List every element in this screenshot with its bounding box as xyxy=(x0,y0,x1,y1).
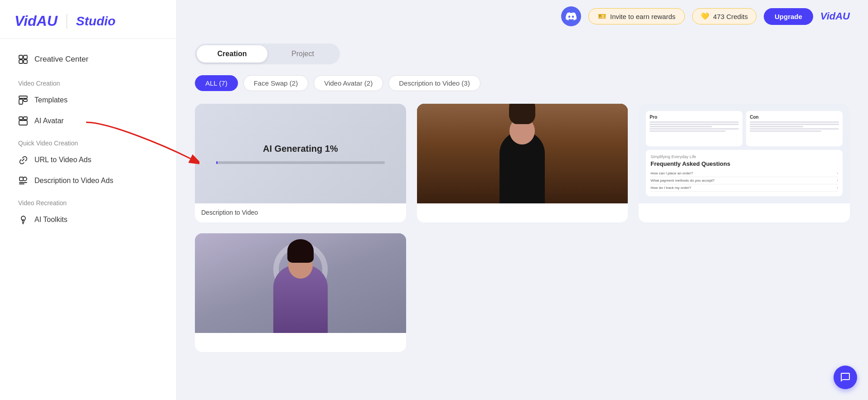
avatar-icon xyxy=(18,116,28,126)
grid-icon xyxy=(18,54,28,64)
faq-question-3: How do I track my order? › xyxy=(650,184,838,192)
faq-line xyxy=(650,128,739,130)
section-label-video-recreation: Video Recreation xyxy=(11,192,165,210)
chevron-icon: › xyxy=(837,178,838,183)
faq-line xyxy=(750,121,839,123)
sidebar-item-label: Description to Video Ads xyxy=(34,177,113,185)
main-content: 🎫 Invite to earn rewards 💛 473 Credits U… xyxy=(177,0,868,400)
sidebar-item-creative-center[interactable]: Creative Center xyxy=(11,50,165,69)
card-thumbnail-1: AI Generating 1% xyxy=(195,104,406,203)
credits-label: 473 Credits xyxy=(713,13,748,20)
progress-bar-wrap xyxy=(216,161,385,164)
faq-line xyxy=(750,128,839,130)
chevron-icon: › xyxy=(837,186,838,190)
chat-button[interactable] xyxy=(834,366,857,389)
sidebar-item-label: URL to Video Ads xyxy=(34,156,91,164)
product-name: Studio xyxy=(76,14,116,29)
faq-line xyxy=(650,121,739,123)
video-card-1[interactable]: AI Generating 1% Description to Video xyxy=(195,104,406,222)
content-area: Creation Project ALL (7) Face Swap (2) V… xyxy=(177,33,868,400)
faq-top-row: Pro Con xyxy=(646,111,843,146)
faq-con-col: Con xyxy=(746,111,843,146)
credits-icon: 💛 xyxy=(701,12,709,20)
faq-bottom-panel: Simplifying Everyday Life Frequently Ask… xyxy=(646,150,843,196)
faq-line xyxy=(650,130,725,132)
svg-rect-8 xyxy=(24,117,27,120)
video-card-4[interactable] xyxy=(195,233,406,352)
svg-rect-10 xyxy=(19,177,23,181)
sidebar-item-ai-avatar[interactable]: AI Avatar xyxy=(11,111,165,130)
svg-rect-1 xyxy=(24,55,27,59)
sidebar-item-label: AI Avatar xyxy=(34,117,64,125)
card-thumbnail-2 xyxy=(417,104,628,203)
con-title: Con xyxy=(750,115,839,120)
tab-bar: Creation Project xyxy=(195,43,340,64)
video-card-3[interactable]: Pro Con xyxy=(639,104,850,222)
faq-line xyxy=(750,124,839,125)
link-icon xyxy=(18,155,28,165)
header-logo: VidAU xyxy=(820,10,850,22)
sidebar-nav: Creative Center Video Creation Templates xyxy=(0,39,176,400)
sidebar-item-label: AI Toolkits xyxy=(34,216,68,224)
filter-video-avatar[interactable]: Video Avatar (2) xyxy=(314,75,383,91)
credits-button[interactable]: 💛 473 Credits xyxy=(692,8,756,24)
faq-q-text: How can I place an order? xyxy=(650,171,693,175)
faq-question-2: What payment methods do you accept? › xyxy=(650,177,838,184)
faq-content: Pro Con xyxy=(639,104,850,203)
video-grid: AI Generating 1% Description to Video xyxy=(195,104,850,352)
tag-icon xyxy=(18,176,28,186)
pro-title: Pro xyxy=(650,115,739,120)
sidebar-item-templates[interactable]: Templates xyxy=(11,91,165,110)
faq-subtitle: Simplifying Everyday Life xyxy=(650,154,838,159)
svg-point-11 xyxy=(23,177,27,181)
invite-rewards-button[interactable]: 🎫 Invite to earn rewards xyxy=(588,8,685,24)
brand-logo: VidAU xyxy=(15,13,58,29)
svg-rect-0 xyxy=(19,55,23,59)
generating-text: AI Generating 1% xyxy=(263,144,338,154)
svg-rect-6 xyxy=(24,99,27,101)
person-image xyxy=(417,104,628,203)
faq-heading: Frequently Asked Questions xyxy=(650,160,838,167)
card-label-4 xyxy=(195,333,406,352)
tab-project[interactable]: Project xyxy=(267,45,338,63)
sidebar-item-ai-toolkits[interactable]: AI Toolkits xyxy=(11,210,165,229)
svg-rect-7 xyxy=(19,117,23,120)
tab-creation[interactable]: Creation xyxy=(197,45,267,63)
video-card-2[interactable] xyxy=(417,104,628,222)
sidebar-item-label: Templates xyxy=(34,96,68,104)
svg-rect-3 xyxy=(24,60,27,63)
sidebar-item-desc-to-video[interactable]: Description to Video Ads xyxy=(11,171,165,190)
filter-all[interactable]: ALL (7) xyxy=(195,75,238,91)
template-icon xyxy=(18,95,28,105)
faq-line xyxy=(750,126,803,127)
bulb-icon xyxy=(18,215,28,225)
svg-rect-4 xyxy=(19,96,27,98)
filter-desc-to-video[interactable]: Description to Video (3) xyxy=(388,75,480,91)
progress-bar-fill xyxy=(216,161,218,164)
logo-area: VidAU Studio xyxy=(0,0,176,39)
section-label-video-creation: Video Creation xyxy=(11,72,165,91)
chevron-icon: › xyxy=(837,171,838,175)
faq-pro-col: Pro xyxy=(646,111,742,146)
faq-q-text: How do I track my order? xyxy=(650,186,691,190)
discord-button[interactable] xyxy=(561,6,581,26)
sidebar-item-label: Creative Center xyxy=(34,55,88,64)
faq-line xyxy=(650,126,712,127)
svg-rect-9 xyxy=(19,120,27,125)
faq-line xyxy=(650,124,739,125)
header: 🎫 Invite to earn rewards 💛 473 Credits U… xyxy=(177,0,868,33)
faq-question-1: How can I place an order? › xyxy=(650,170,838,177)
sidebar: VidAU Studio Creative Center Video Creat… xyxy=(0,0,177,400)
svg-rect-2 xyxy=(19,60,23,63)
card-thumbnail-4 xyxy=(195,233,406,333)
svg-rect-5 xyxy=(19,99,23,104)
logo-divider xyxy=(67,14,67,29)
faq-q-text: What payment methods do you accept? xyxy=(650,178,714,183)
sidebar-item-url-to-video[interactable]: URL to Video Ads xyxy=(11,150,165,169)
filter-face-swap[interactable]: Face Swap (2) xyxy=(243,75,309,91)
invite-icon: 🎫 xyxy=(598,12,606,20)
card-label-1: Description to Video xyxy=(195,203,406,222)
svg-point-12 xyxy=(23,219,24,221)
card-thumbnail-3: Pro Con xyxy=(639,104,850,203)
upgrade-button[interactable]: Upgrade xyxy=(764,8,813,25)
